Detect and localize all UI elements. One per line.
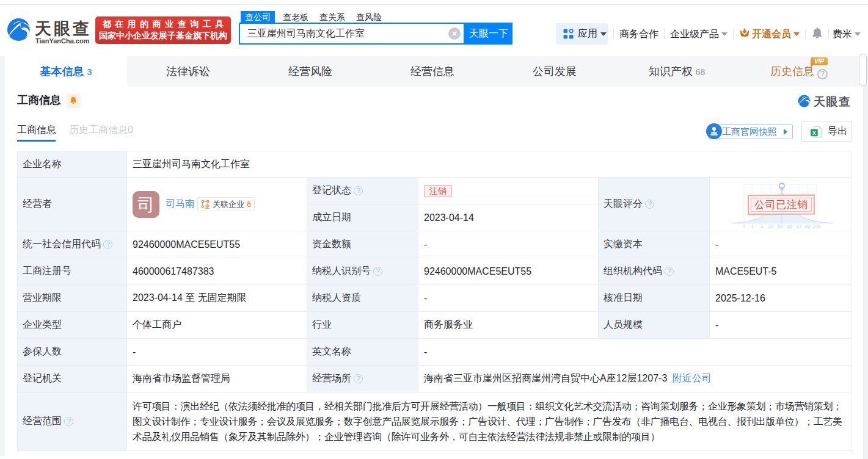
svg-text:97: 97 [797, 223, 802, 229]
svg-text:50: 50 [778, 223, 784, 229]
svg-text:1: 1 [751, 223, 754, 229]
svg-text:85: 85 [787, 223, 793, 229]
svg-text:3: 3 [760, 223, 764, 229]
svg-text:99: 99 [805, 223, 811, 229]
svg-text:15: 15 [768, 223, 774, 229]
svg-text:0: 0 [743, 223, 746, 229]
svg-text:100: 100 [812, 223, 821, 229]
svg-text:企: 企 [204, 203, 210, 209]
svg-text:x: x [812, 129, 816, 136]
